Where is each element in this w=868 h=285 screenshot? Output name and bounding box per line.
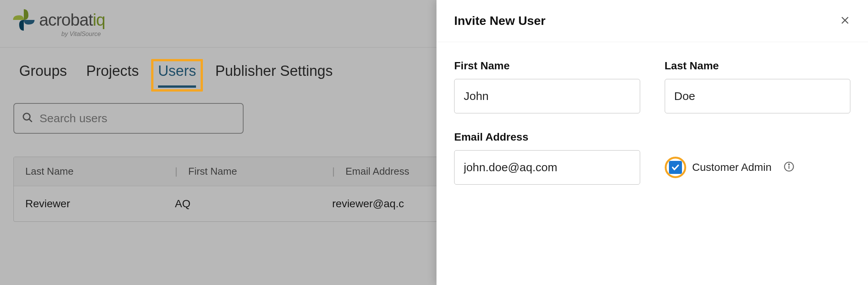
email-label: Email Address (454, 131, 640, 143)
customer-admin-label: Customer Admin (692, 161, 772, 174)
customer-admin-checkbox[interactable] (669, 161, 682, 174)
close-button[interactable] (840, 15, 850, 27)
panel-title: Invite New User (454, 14, 545, 28)
spacer (665, 131, 851, 142)
first-name-label: First Name (454, 60, 640, 72)
panel-body: First Name Last Name Email Address (436, 42, 868, 220)
modal-dimmer[interactable] (0, 0, 436, 285)
customer-admin-highlight-annotation (665, 157, 686, 178)
info-icon[interactable] (784, 161, 794, 174)
form-group-last-name: Last Name (665, 60, 851, 113)
last-name-input[interactable] (665, 79, 851, 113)
invite-user-panel: Invite New User First Name Last Name Ema… (436, 0, 868, 285)
form-row-email: Email Address Customer Admin (454, 131, 850, 185)
customer-admin-row: Customer Admin (665, 149, 851, 183)
svg-point-6 (789, 164, 789, 165)
form-group-customer-admin: Customer Admin (665, 131, 851, 185)
check-icon (671, 163, 680, 172)
panel-header: Invite New User (436, 0, 868, 42)
close-icon (840, 15, 850, 26)
first-name-input[interactable] (454, 79, 640, 113)
form-row-name: First Name Last Name (454, 60, 850, 113)
email-input[interactable] (454, 150, 640, 185)
last-name-label: Last Name (665, 60, 851, 72)
form-group-first-name: First Name (454, 60, 640, 113)
form-group-email: Email Address (454, 131, 640, 185)
